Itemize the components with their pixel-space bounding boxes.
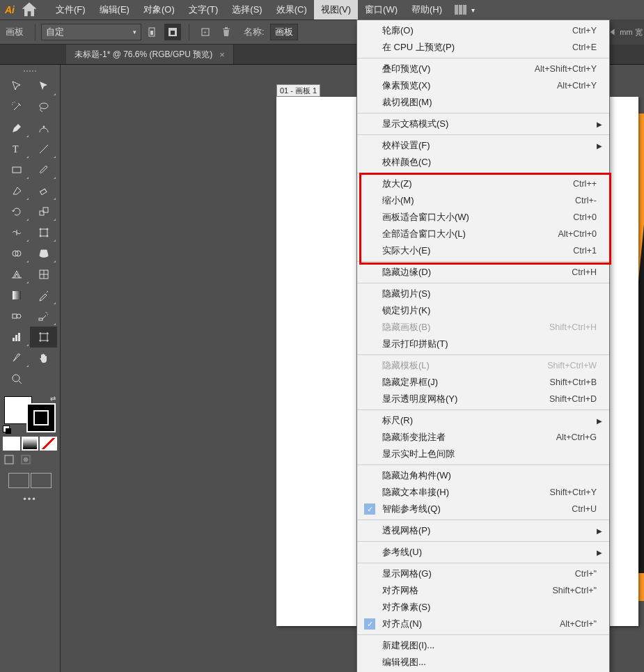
rotate-tool[interactable]	[3, 201, 30, 222]
close-icon[interactable]: ×	[219, 49, 225, 60]
fill-stroke-swatch[interactable]: ⇄	[3, 395, 57, 434]
home-icon[interactable]	[19, 0, 39, 19]
ruler-units: mm 宽	[607, 19, 644, 45]
perspective-grid-tool[interactable]	[3, 264, 30, 285]
menu-item-label: 校样颜色(C)	[382, 156, 597, 169]
hand-tool[interactable]	[30, 347, 57, 368]
workspace-icon[interactable]	[455, 5, 469, 15]
artboard-tool[interactable]	[30, 327, 57, 347]
rectangle-tool[interactable]	[3, 159, 30, 180]
menu-帮助[interactable]: 帮助(H)	[405, 0, 449, 19]
menu-item[interactable]: 隐藏边缘(D)Ctrl+H	[357, 264, 609, 281]
draw-mode-row[interactable]	[3, 453, 57, 469]
lasso-tool[interactable]	[30, 97, 57, 118]
svg-rect-1	[150, 31, 153, 35]
menu-item[interactable]: 轮廓(O)Ctrl+Y	[357, 22, 609, 39]
menu-item[interactable]: 隐藏切片(S)	[357, 286, 609, 302]
document-tab[interactable]: 未标题-1* @ 76.6% (RGB/GPU 预览) ×	[66, 45, 234, 64]
menu-编辑[interactable]: 编辑(E)	[93, 0, 136, 19]
menu-item[interactable]: 校样设置(F)▶	[357, 137, 609, 154]
shaper-tool[interactable]	[3, 180, 30, 201]
menu-item[interactable]: 透视网格(P)▶	[357, 522, 609, 539]
menu-item[interactable]: 裁切视图(M)	[357, 94, 609, 111]
line-tool[interactable]	[30, 139, 57, 159]
selection-tool[interactable]	[3, 76, 30, 97]
curvature-tool[interactable]	[30, 118, 57, 139]
menu-文字[interactable]: 文字(T)	[182, 0, 226, 19]
landscape-icon[interactable]	[164, 24, 181, 40]
color-mode-row[interactable]	[3, 437, 57, 451]
menu-item[interactable]: 显示透明度网格(Y)Shift+Ctrl+D	[357, 391, 609, 407]
menu-item[interactable]: 隐藏定界框(J)Shift+Ctrl+B	[357, 374, 609, 391]
artboard-label[interactable]: 01 - 画板 1	[276, 84, 320, 97]
mesh-tool[interactable]	[30, 264, 57, 285]
menu-item-label: 实际大小(E)	[382, 244, 573, 257]
edit-toolbar-icon[interactable]: •••	[0, 494, 60, 504]
live-paint-tool[interactable]	[30, 243, 57, 264]
menu-item[interactable]: ✓对齐点(N)Alt+Ctrl+"	[357, 616, 609, 632]
document-tab-title: 未标题-1* @ 76.6% (RGB/GPU 预览)	[74, 49, 212, 61]
menu-item[interactable]: 叠印预览(V)Alt+Shift+Ctrl+Y	[357, 61, 609, 77]
menu-item[interactable]: 隐藏渐变批注者Alt+Ctrl+G	[357, 429, 609, 446]
menu-item[interactable]: 全部适合窗口大小(L)Alt+Ctrl+0	[357, 226, 609, 242]
menu-item[interactable]: 参考线(U)▶	[357, 544, 609, 561]
menu-item[interactable]: 实际大小(E)Ctrl+1	[357, 242, 609, 259]
column-graph-tool[interactable]	[3, 327, 30, 347]
svg-rect-30	[5, 455, 13, 464]
menu-对象[interactable]: 对象(O)	[136, 0, 182, 19]
eyedropper-tool[interactable]	[30, 285, 57, 306]
menu-item[interactable]: 显示打印拼贴(T)	[357, 336, 609, 352]
menu-item[interactable]: 隐藏文本串接(H)Shift+Ctrl+Y	[357, 484, 609, 501]
submenu-arrow-icon: ▶	[597, 549, 602, 556]
shape-builder-tool[interactable]	[3, 243, 30, 264]
svg-rect-26	[15, 335, 17, 341]
screen-mode-row[interactable]	[3, 473, 57, 490]
direct-selection-tool[interactable]	[30, 76, 57, 97]
menu-效果[interactable]: 效果(C)	[269, 0, 314, 19]
symbol-sprayer-tool[interactable]	[30, 306, 57, 327]
slice-tool[interactable]	[3, 347, 30, 368]
free-transform-tool[interactable]	[30, 222, 57, 243]
menu-item-label: 隐藏边角构件(W)	[382, 469, 597, 482]
menu-item[interactable]: 画板适合窗口大小(W)Ctrl+0	[357, 209, 609, 226]
svg-rect-28	[40, 334, 47, 341]
menu-item[interactable]: 对齐像素(S)	[357, 599, 609, 616]
menu-视图[interactable]: 视图(V)	[314, 0, 358, 19]
paintbrush-tool[interactable]	[30, 159, 57, 180]
new-artboard-icon[interactable]: +	[197, 24, 214, 40]
pen-tool[interactable]	[3, 118, 30, 139]
menu-窗口[interactable]: 窗口(W)	[358, 0, 405, 19]
app-logo: Ai	[0, 0, 19, 19]
menu-item[interactable]: 像素预览(X)Alt+Ctrl+Y	[357, 77, 609, 94]
blend-tool[interactable]	[3, 306, 30, 327]
menu-item[interactable]: 隐藏边角构件(W)	[357, 467, 609, 484]
scale-tool[interactable]	[30, 201, 57, 222]
menu-item-label: 隐藏文本串接(H)	[382, 486, 550, 499]
preset-dropdown[interactable]: 自定 ▾	[41, 24, 141, 40]
panel-grip[interactable]	[0, 69, 60, 73]
gradient-tool[interactable]	[3, 285, 30, 306]
menu-item[interactable]: 放大(Z)Ctrl++	[357, 175, 609, 192]
menu-item-label: 裁切视图(M)	[382, 96, 597, 109]
type-tool[interactable]: T	[3, 139, 30, 159]
menu-选择[interactable]: 选择(S)	[225, 0, 269, 19]
menu-item[interactable]: 编辑视图...	[357, 654, 609, 671]
zoom-tool[interactable]	[3, 368, 30, 389]
width-tool[interactable]	[3, 222, 30, 243]
menu-item[interactable]: 在 CPU 上预览(P)Ctrl+E	[357, 39, 609, 56]
menu-item[interactable]: 标尺(R)▶	[357, 412, 609, 429]
magic-wand-tool[interactable]	[3, 97, 30, 118]
portrait-icon[interactable]	[143, 24, 160, 40]
menu-item[interactable]: 显示网格(G)Ctrl+"	[357, 565, 609, 582]
menu-item[interactable]: ✓智能参考线(Q)Ctrl+U	[357, 501, 609, 517]
menu-item[interactable]: 显示实时上色间隙	[357, 446, 609, 462]
eraser-tool[interactable]	[30, 180, 57, 201]
menu-item[interactable]: 显示文稿模式(S)▶	[357, 116, 609, 132]
menu-文件[interactable]: 文件(F)	[49, 0, 93, 19]
menu-item[interactable]: 校样颜色(C)	[357, 154, 609, 171]
menu-item[interactable]: 对齐网格Shift+Ctrl+"	[357, 582, 609, 599]
menu-item[interactable]: 缩小(M)Ctrl+-	[357, 192, 609, 209]
menu-item[interactable]: 锁定切片(K)	[357, 302, 609, 319]
menu-item[interactable]: 新建视图(I)...	[357, 637, 609, 654]
delete-icon[interactable]	[218, 24, 235, 40]
